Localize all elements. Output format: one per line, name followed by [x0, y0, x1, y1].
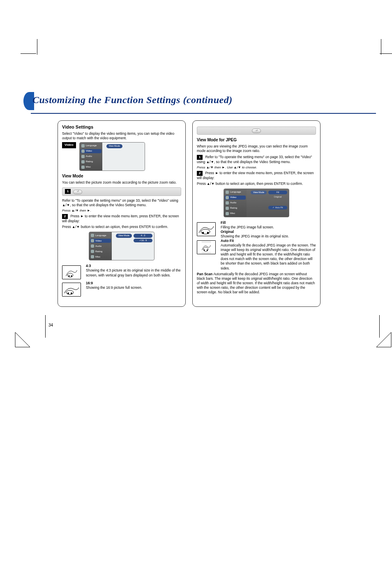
ratio-16-9-block: 16:9 Showing the 16:9 picture full scree… — [62, 281, 181, 298]
rating-icon — [81, 160, 85, 163]
step1-text: Refer to "To operate the setting menu" o… — [62, 198, 181, 207]
osd-opt-4-3: 4 : 3 — [134, 234, 152, 237]
osd-side-item: Language — [95, 234, 106, 237]
thumb-16-9 — [62, 283, 81, 297]
step1-body: Refer to "To operate the setting menu" o… — [62, 198, 178, 207]
rating-icon — [91, 250, 94, 253]
jpeg-step2b: Press ▲/▼ button to select an option, th… — [197, 182, 316, 186]
svg-point-5 — [66, 290, 74, 295]
osd-side-item: Audio — [95, 245, 101, 248]
osd-menu-viewmode-options: Language Video Audio Rating Misc View Mo… — [89, 232, 154, 260]
ratio-4-3-desc: Showing the 4:3 picture at its original … — [86, 268, 181, 277]
opt-panscan-title: Pan Scan — [197, 272, 212, 276]
step-1: 1 ⏎ — [62, 187, 181, 196]
osd-opt-16-9: ✓16 : 9 — [134, 239, 152, 242]
misc-icon — [81, 166, 85, 169]
osd-opt-autofit: ✓ Auto Fit — [268, 206, 287, 209]
thumb-autofit — [197, 240, 216, 254]
svg-point-3 — [69, 275, 70, 277]
opt-autofit-desc: Automatically fit the decoded JPEG image… — [221, 243, 316, 270]
misc-icon — [226, 212, 229, 215]
osd-side-item: Language — [86, 144, 97, 147]
jpeg-step1: 1 Refer to "To operate the setting menu"… — [197, 155, 316, 164]
video-settings-desc: Select "Video" to display the video sett… — [62, 131, 181, 140]
manual-page: Customizing the Function Settings (conti… — [0, 0, 392, 430]
right-column: ⏎ View Mode for JPEG When you are viewin… — [192, 120, 321, 307]
misc-icon — [91, 255, 94, 258]
osd-menu-video: Language Video Audio Rating Misc View Mo… — [79, 142, 145, 171]
opt-original-desc: Showing the JPEG image in its original s… — [221, 234, 316, 239]
opt-original-title: Original — [221, 230, 234, 234]
svg-point-14 — [204, 249, 205, 251]
ratio-16-9-desc: Showing the 16:9 picture full screen. — [86, 285, 181, 290]
osd-side-item: Audio — [230, 201, 236, 205]
video-icon — [91, 239, 94, 242]
osd-viewmode-chip: View Mode — [116, 234, 132, 237]
view-mode-desc: You can select the picture zoom mode acc… — [62, 180, 181, 185]
svg-point-4 — [71, 275, 72, 277]
osd-side-item: Audio — [86, 155, 92, 158]
osd-side-item: Misc — [95, 256, 100, 259]
svg-point-2 — [67, 273, 73, 277]
opt-fill-title: Fill — [221, 221, 226, 225]
opt-fill-block: Fill Filling the JPEG image full screen.… — [197, 221, 316, 239]
heading-rule — [31, 113, 376, 114]
enter-hint: ⏎ — [197, 127, 316, 135]
ratio-4-3-title: 4:3 — [86, 264, 91, 268]
step-number: 2 — [197, 171, 203, 176]
video-icon — [226, 196, 229, 199]
language-icon — [81, 144, 85, 147]
svg-point-10 — [207, 232, 209, 234]
osd-side-item: Video — [230, 196, 236, 199]
osd-side-item: Misc — [86, 166, 91, 169]
ratio-16-9-title: 16:9 — [86, 281, 93, 285]
svg-point-7 — [71, 292, 72, 294]
opt-autofit-block: Auto Fit Automatically fit the decoded J… — [197, 239, 316, 270]
opt-autofit-title: Auto Fit — [221, 239, 234, 243]
jpeg-view-mode-title: View Mode for JPEG — [197, 137, 316, 143]
left-column: Video Settings Select "Video" to display… — [58, 120, 186, 307]
ratio-4-3-block: 4:3 Showing the 4:3 picture at its origi… — [62, 264, 181, 281]
osd-viewmode-chip: View Mode — [251, 191, 267, 194]
rating-icon — [226, 207, 229, 210]
svg-rect-12 — [201, 252, 211, 253]
osd-side-item: Language — [230, 191, 241, 194]
step2a-text: 2 Press ► to enter the view mode menu it… — [62, 214, 181, 223]
video-settings-title: Video Settings — [62, 124, 181, 130]
osd-menu-jpeg-options: Language Video Audio Rating Misc View Mo… — [224, 189, 289, 217]
language-icon — [91, 234, 94, 237]
osd-side-item: Rating — [86, 160, 93, 163]
page-title: Customizing the Function Settings (conti… — [31, 94, 392, 106]
audio-icon — [226, 201, 229, 205]
view-mode-title: View Mode — [62, 173, 181, 179]
language-icon — [226, 191, 229, 194]
svg-rect-11 — [201, 241, 211, 243]
svg-point-9 — [202, 232, 204, 234]
jpeg-step2a-body: Press ► to enter the view mode menu item… — [197, 171, 314, 180]
step2b-text: Press ▲/▼ button to select an option, th… — [62, 225, 181, 229]
opt-panscan-desc: Automatically fit the decoded JPEG image… — [197, 272, 315, 294]
osd-side-item: Video — [95, 239, 101, 243]
opt-fill-desc: Filling the JPEG image full screen. — [221, 225, 316, 230]
step-number: 1 — [65, 189, 71, 194]
osd-opt-original: Original — [268, 195, 287, 199]
page-number: 34 — [48, 323, 53, 327]
audio-icon — [81, 155, 85, 158]
step-number: 1 — [197, 155, 203, 160]
jpeg-step-note: Press ▲/▼ then ►. Use ▲/▼ to choose. — [197, 166, 316, 170]
video-icon — [81, 150, 85, 153]
step-number: 2 — [62, 214, 68, 219]
jpeg-view-mode-desc: When you are viewing the JPEG image, you… — [197, 144, 316, 153]
video-badge: Video — [62, 142, 76, 148]
step2a-body: Press ► to enter the view mode menu item… — [62, 214, 179, 223]
enter-button-icon: ⏎ — [252, 129, 261, 133]
opt-panscan-block: Pan Scan Automatically fit the decoded J… — [197, 272, 316, 295]
osd-side-item: Video — [86, 150, 92, 153]
thumb-4-3 — [62, 265, 81, 279]
svg-point-6 — [67, 292, 69, 294]
thumb-fill — [197, 222, 216, 236]
step1-note: Press ▲/▼ then ►. — [62, 209, 181, 213]
svg-point-15 — [207, 249, 208, 251]
enter-button-icon: ⏎ — [73, 190, 82, 194]
jpeg-step2a: 2 Press ► to enter the view mode menu it… — [197, 171, 316, 180]
